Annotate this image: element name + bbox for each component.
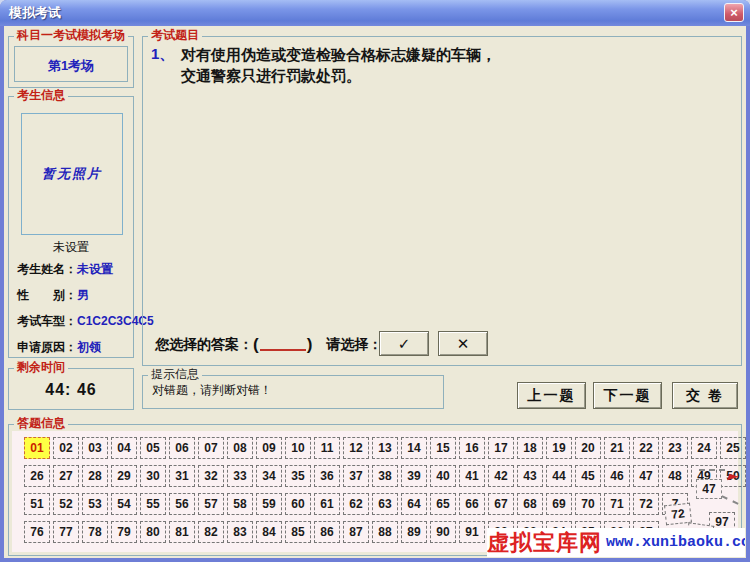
answer-cell-21[interactable]: 21 <box>604 437 630 459</box>
vehicle-type-label: 考试车型： <box>17 314 77 328</box>
answer-cell-34[interactable]: 34 <box>256 465 282 487</box>
answer-cell-01[interactable]: 01 <box>24 437 50 459</box>
answer-cell-03[interactable]: 03 <box>82 437 108 459</box>
close-button[interactable]: × <box>724 3 744 22</box>
answer-cell-78[interactable]: 78 <box>82 521 108 543</box>
answer-cell-22[interactable]: 22 <box>633 437 659 459</box>
answer-cell-18[interactable]: 18 <box>517 437 543 459</box>
answer-cell-23[interactable]: 23 <box>662 437 688 459</box>
answer-cell-55[interactable]: 55 <box>140 493 166 515</box>
answer-cell-17[interactable]: 17 <box>488 437 514 459</box>
answer-cell-44[interactable]: 44 <box>546 465 572 487</box>
submit-paper-button[interactable]: 交 卷 <box>672 382 738 409</box>
answer-cell-88[interactable]: 88 <box>372 521 398 543</box>
apply-reason-label: 申请原因： <box>17 340 77 354</box>
answer-cell-07[interactable]: 07 <box>198 437 224 459</box>
answer-cell-85[interactable]: 85 <box>285 521 311 543</box>
answer-cell-38[interactable]: 38 <box>372 465 398 487</box>
exam-room-name: 第1考场 <box>15 57 127 75</box>
answer-cell-60[interactable]: 60 <box>285 493 311 515</box>
answer-cell-39[interactable]: 39 <box>401 465 427 487</box>
answer-cell-53[interactable]: 53 <box>82 493 108 515</box>
answer-cell-13[interactable]: 13 <box>372 437 398 459</box>
answer-cell-25[interactable]: 25 <box>720 437 746 459</box>
answer-cell-37[interactable]: 37 <box>343 465 369 487</box>
answer-cell-83[interactable]: 83 <box>227 521 253 543</box>
answer-cell-56[interactable]: 56 <box>169 493 195 515</box>
answer-cell-90[interactable]: 90 <box>430 521 456 543</box>
answer-cell-04[interactable]: 04 <box>111 437 137 459</box>
answer-cell-26[interactable]: 26 <box>24 465 50 487</box>
answer-cell-48[interactable]: 48 <box>662 465 688 487</box>
answer-cell-71[interactable]: 71 <box>604 493 630 515</box>
answer-cell-32[interactable]: 32 <box>198 465 224 487</box>
answer-cell-91[interactable]: 91 <box>459 521 485 543</box>
answer-cell-67[interactable]: 67 <box>488 493 514 515</box>
answer-cell-69[interactable]: 69 <box>546 493 572 515</box>
answer-cell-52[interactable]: 52 <box>53 493 79 515</box>
next-question-button[interactable]: 下一题 <box>593 382 662 409</box>
answer-cell-29[interactable]: 29 <box>111 465 137 487</box>
answer-cell-62[interactable]: 62 <box>343 493 369 515</box>
answer-cell-72[interactable]: 72 <box>633 493 659 515</box>
answer-cell-86[interactable]: 86 <box>314 521 340 543</box>
answer-cell-45[interactable]: 45 <box>575 465 601 487</box>
answer-cell-63[interactable]: 63 <box>372 493 398 515</box>
answer-cell-64[interactable]: 64 <box>401 493 427 515</box>
answer-cell-58[interactable]: 58 <box>227 493 253 515</box>
answer-paren-close: ) <box>307 335 313 355</box>
answer-cell-24[interactable]: 24 <box>691 437 717 459</box>
answer-cell-76[interactable]: 76 <box>24 521 50 543</box>
answer-cell-20[interactable]: 20 <box>575 437 601 459</box>
answer-cell-36[interactable]: 36 <box>314 465 340 487</box>
answer-cell-70[interactable]: 70 <box>575 493 601 515</box>
answer-cell-68[interactable]: 68 <box>517 493 543 515</box>
answer-cell-61[interactable]: 61 <box>314 493 340 515</box>
answer-cell-31[interactable]: 31 <box>169 465 195 487</box>
answer-cell-82[interactable]: 82 <box>198 521 224 543</box>
answer-cell-87[interactable]: 87 <box>343 521 369 543</box>
answer-cell-42[interactable]: 42 <box>488 465 514 487</box>
answer-cell-59[interactable]: 59 <box>256 493 282 515</box>
answer-cell-51[interactable]: 51 <box>24 493 50 515</box>
answer-cell-09[interactable]: 09 <box>256 437 282 459</box>
answer-correct-button[interactable]: ✓ <box>379 331 429 356</box>
answer-cell-30[interactable]: 30 <box>140 465 166 487</box>
answer-cell-08[interactable]: 08 <box>227 437 253 459</box>
answer-cell-15[interactable]: 15 <box>430 437 456 459</box>
answer-wrong-button[interactable]: ✕ <box>438 331 488 356</box>
answer-cell-43[interactable]: 43 <box>517 465 543 487</box>
answer-cell-05[interactable]: 05 <box>140 437 166 459</box>
answer-cell-47[interactable]: 47 <box>633 465 659 487</box>
answer-cell-81[interactable]: 81 <box>169 521 195 543</box>
answer-cell-41[interactable]: 41 <box>459 465 485 487</box>
answer-cell-84[interactable]: 84 <box>256 521 282 543</box>
answer-cell-14[interactable]: 14 <box>401 437 427 459</box>
answer-cell-66[interactable]: 66 <box>459 493 485 515</box>
answer-cell-54[interactable]: 54 <box>111 493 137 515</box>
answer-cell-10[interactable]: 10 <box>285 437 311 459</box>
answer-cell-79[interactable]: 79 <box>111 521 137 543</box>
answer-selection-row: 您选择的答案： ( ) 请选择： <box>155 335 382 355</box>
answer-cell-33[interactable]: 33 <box>227 465 253 487</box>
answer-cell-65[interactable]: 65 <box>430 493 456 515</box>
answer-cell-89[interactable]: 89 <box>401 521 427 543</box>
answer-cell-27[interactable]: 27 <box>53 465 79 487</box>
answer-cell-06[interactable]: 06 <box>169 437 195 459</box>
mock-exam-window: 模拟考试 × 科目一考试模拟考场 第1考场 考生信息 暂无照片 未设置 考生姓名… <box>0 0 750 562</box>
remaining-time-value: 44: 46 <box>9 381 133 399</box>
answer-cell-46[interactable]: 46 <box>604 465 630 487</box>
answer-cell-77[interactable]: 77 <box>53 521 79 543</box>
answer-cell-02[interactable]: 02 <box>53 437 79 459</box>
answer-cell-40[interactable]: 40 <box>430 465 456 487</box>
question-line-1: 对有使用伪造或变造检验合格标志嫌疑的车辆， <box>181 44 496 65</box>
answer-cell-11[interactable]: 11 <box>314 437 340 459</box>
answer-cell-57[interactable]: 57 <box>198 493 224 515</box>
answer-cell-80[interactable]: 80 <box>140 521 166 543</box>
answer-cell-35[interactable]: 35 <box>285 465 311 487</box>
answer-cell-19[interactable]: 19 <box>546 437 572 459</box>
answer-cell-28[interactable]: 28 <box>82 465 108 487</box>
answer-cell-12[interactable]: 12 <box>343 437 369 459</box>
prev-question-button[interactable]: 上一题 <box>517 382 586 409</box>
answer-cell-16[interactable]: 16 <box>459 437 485 459</box>
